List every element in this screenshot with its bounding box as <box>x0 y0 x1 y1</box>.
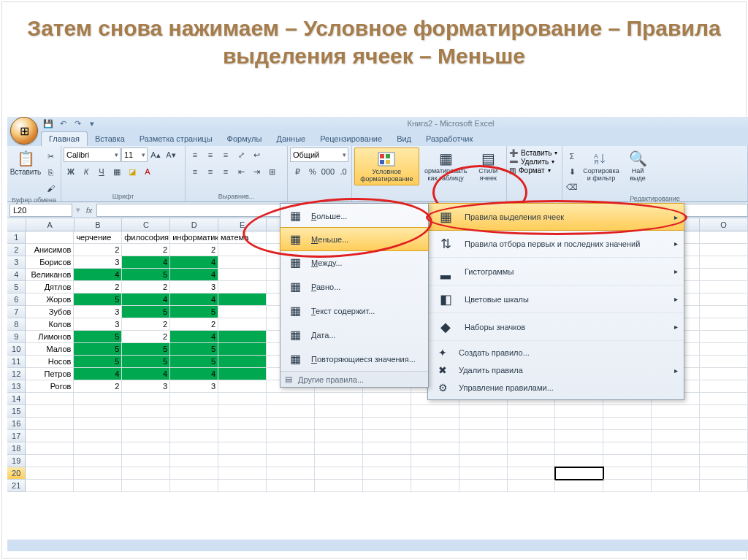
cell[interactable] <box>363 430 411 442</box>
cell[interactable]: 2 <box>170 244 218 256</box>
cf-menu-item[interactable]: ▂Гистограммы▸ <box>428 258 684 285</box>
cell[interactable] <box>26 418 74 430</box>
row-head[interactable]: 5 <box>7 281 26 294</box>
rule-menu-item[interactable]: ▦Больше... <box>280 204 428 228</box>
row-head[interactable]: 13 <box>7 380 26 393</box>
row-head[interactable]: 7 <box>7 306 26 318</box>
col-head-C[interactable]: C <box>122 218 170 231</box>
shrink-font-icon[interactable]: A▾ <box>164 147 178 162</box>
cf-menu-footer-item[interactable]: ⚙Управление правилами... <box>428 379 684 396</box>
cell[interactable] <box>122 442 170 455</box>
cell[interactable] <box>700 430 748 442</box>
copy-icon[interactable]: ⎘ <box>43 165 58 180</box>
qat-dropdown-icon[interactable]: ▾ <box>86 118 98 129</box>
cf-menu-item[interactable]: ◧Цветовые шкалы▸ <box>428 285 684 313</box>
cell[interactable] <box>170 467 218 480</box>
cell[interactable]: Носов <box>26 356 74 368</box>
cell[interactable] <box>267 455 315 467</box>
cut-icon[interactable]: ✂ <box>43 149 58 164</box>
orientation-icon[interactable]: ⤢ <box>234 147 248 162</box>
cell[interactable] <box>218 318 267 331</box>
office-button[interactable]: ⊞ <box>10 117 38 145</box>
merge-icon[interactable]: ⊞ <box>264 164 279 179</box>
cell[interactable]: Анисимов <box>26 244 74 256</box>
cell[interactable] <box>508 442 556 455</box>
cell[interactable] <box>603 418 652 430</box>
col-head-B[interactable]: B <box>75 218 123 231</box>
cell[interactable] <box>700 368 748 380</box>
cell[interactable] <box>459 405 508 418</box>
cell[interactable] <box>122 418 170 430</box>
cell[interactable] <box>218 380 267 393</box>
cell[interactable]: 2 <box>122 331 170 343</box>
tab-главная[interactable]: Главная <box>41 131 88 146</box>
cell[interactable] <box>411 405 459 418</box>
rule-menu-item[interactable]: ▦Повторяющиеся значения... <box>280 347 428 371</box>
cell[interactable] <box>603 480 652 492</box>
rule-menu-item[interactable]: ▦Равно... <box>280 275 428 299</box>
row-head[interactable]: 3 <box>7 256 26 269</box>
rule-menu-item[interactable]: ▦Текст содержит... <box>280 299 428 323</box>
cell[interactable] <box>170 418 218 430</box>
cell[interactable]: Малов <box>26 343 74 356</box>
cell[interactable] <box>459 455 508 467</box>
rule-menu-item[interactable]: ▦Меньше... <box>280 227 429 251</box>
cell[interactable]: 3 <box>74 256 122 269</box>
cell[interactable] <box>700 306 748 318</box>
cell[interactable]: 2 <box>74 380 122 393</box>
cell[interactable] <box>26 430 74 442</box>
cell[interactable] <box>700 294 748 306</box>
conditional-formatting-button[interactable]: Условное форматирование <box>354 147 419 185</box>
cell[interactable] <box>218 430 267 442</box>
fill-icon[interactable]: ⬇ <box>565 164 579 179</box>
cell[interactable] <box>652 430 700 442</box>
cell[interactable] <box>26 442 74 455</box>
cell[interactable]: 4 <box>74 368 122 380</box>
cell[interactable] <box>700 442 748 455</box>
tab-формулы[interactable]: Формулы <box>220 132 270 146</box>
cell[interactable] <box>267 430 315 442</box>
row-head[interactable]: 9 <box>7 331 26 343</box>
cell[interactable] <box>122 405 170 418</box>
font-name-combo[interactable]: Calibri <box>64 147 121 162</box>
cf-menu-footer-item[interactable]: ✖Удалить правила▸ <box>428 361 684 379</box>
cell[interactable]: 4 <box>122 368 170 380</box>
cell[interactable] <box>26 393 74 405</box>
cell[interactable]: 5 <box>122 343 170 356</box>
cell[interactable] <box>122 480 170 492</box>
cf-menu-item[interactable]: ⇅Правила отбора первых и последних значе… <box>428 230 684 258</box>
cell[interactable] <box>74 430 122 442</box>
cell[interactable] <box>363 467 411 480</box>
cell[interactable]: философия <box>122 231 170 244</box>
rule-menu-item[interactable]: ▦Между... <box>280 250 428 275</box>
cell[interactable] <box>218 294 267 306</box>
row-head[interactable]: 17 <box>7 430 26 442</box>
row-head[interactable]: 2 <box>7 244 26 256</box>
cell[interactable] <box>218 480 267 492</box>
rule-menu-footer[interactable]: ▤Другие правила... <box>280 371 428 387</box>
cell[interactable] <box>74 455 122 467</box>
row-head[interactable]: 10 <box>7 343 26 356</box>
cell[interactable] <box>700 256 748 269</box>
cell[interactable] <box>122 430 170 442</box>
cell[interactable]: Лимонов <box>26 331 74 343</box>
cell[interactable] <box>652 480 700 492</box>
cell[interactable] <box>218 467 267 480</box>
cell[interactable] <box>218 281 267 294</box>
cell[interactable] <box>363 418 411 430</box>
cell[interactable] <box>218 455 267 467</box>
cell[interactable]: Рогов <box>26 380 74 393</box>
rule-menu-item[interactable]: ▦Дата... <box>280 323 428 347</box>
format-painter-icon[interactable]: 🖌 <box>43 181 58 196</box>
bold-icon[interactable]: Ж <box>64 164 78 179</box>
col-head-D[interactable]: D <box>170 218 218 231</box>
cell[interactable] <box>459 442 508 455</box>
cell[interactable] <box>652 467 700 480</box>
paste-button[interactable]: 📋 Вставить <box>9 147 42 177</box>
cell[interactable] <box>700 269 748 281</box>
cell[interactable] <box>508 467 556 480</box>
cell[interactable] <box>315 405 363 418</box>
cell[interactable] <box>411 418 459 430</box>
cell[interactable]: черчение <box>74 231 122 244</box>
tab-данные[interactable]: Данные <box>269 132 313 146</box>
